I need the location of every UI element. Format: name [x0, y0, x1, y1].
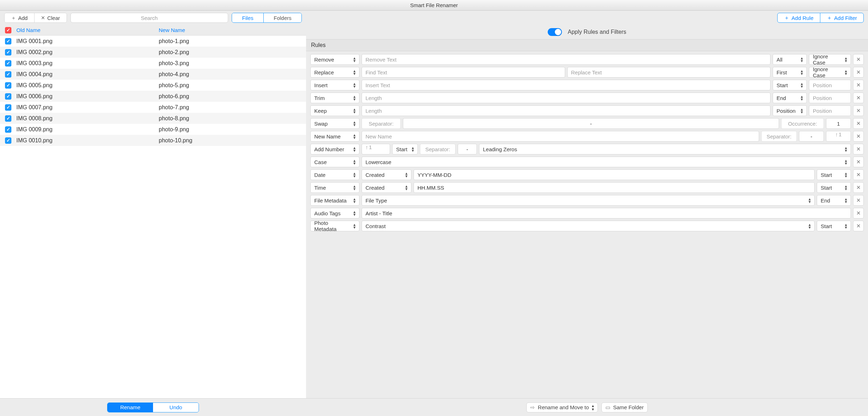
rule-action-select[interactable]: Keep [310, 105, 359, 116]
table-row[interactable]: IMG 0008.pngphoto-8.png [0, 113, 306, 124]
clear-button[interactable]: ✕ Clear [34, 13, 67, 22]
date-format-input[interactable] [414, 169, 815, 180]
segment-folders[interactable]: Folders [263, 13, 301, 22]
case-select[interactable]: Ignore Case [809, 67, 851, 78]
length-input[interactable] [362, 93, 770, 103]
header-checkbox[interactable] [5, 27, 11, 33]
photo-field-select[interactable]: Contrast [362, 221, 815, 231]
length-input[interactable] [362, 105, 770, 116]
row-checkbox[interactable] [5, 126, 11, 133]
rule-action-select[interactable]: Time [310, 182, 359, 193]
new-name-input[interactable] [362, 131, 759, 142]
row-checkbox[interactable] [5, 82, 11, 89]
delete-rule-button[interactable]: ✕ [853, 221, 864, 231]
replace-text-input[interactable] [567, 67, 771, 78]
delete-rule-button[interactable]: ✕ [853, 118, 864, 129]
row-checkbox[interactable] [5, 49, 11, 56]
row-checkbox[interactable] [5, 93, 11, 100]
scope-select[interactable]: First [773, 67, 807, 78]
table-row[interactable]: IMG 0006.pngphoto-6.png [0, 91, 306, 102]
rule-action-select[interactable]: File Metadata [310, 195, 359, 206]
rule-action-select[interactable]: Replace [310, 67, 359, 78]
metadata-field-select[interactable]: File Type [362, 195, 815, 206]
position-select[interactable]: Start [817, 182, 851, 193]
add-filter-button[interactable]: ＋ Add Filter [820, 13, 864, 23]
time-format-input[interactable] [414, 182, 815, 193]
row-checkbox[interactable] [5, 115, 11, 122]
delete-rule-button[interactable]: ✕ [853, 54, 864, 65]
delete-rule-button[interactable]: ✕ [853, 195, 864, 206]
time-source-select[interactable]: Created [362, 182, 411, 193]
rule-action-select[interactable]: Photo Metadata [310, 221, 359, 231]
audio-tags-input[interactable] [362, 208, 851, 218]
leading-zeros-select[interactable]: Leading Zeros [479, 144, 851, 154]
header-old-name[interactable]: Old Name [16, 27, 159, 33]
destination-folder-button[interactable]: ▭ Same Folder [601, 402, 648, 412]
delete-rule-button[interactable]: ✕ [853, 105, 864, 116]
case-select[interactable]: Ignore Case [809, 54, 851, 65]
add-button[interactable]: ＋ Add [5, 13, 34, 22]
delete-rule-button[interactable]: ✕ [853, 169, 864, 180]
position-select[interactable]: Start [817, 169, 851, 180]
table-row[interactable]: IMG 0007.pngphoto-7.png [0, 102, 306, 113]
row-checkbox[interactable] [5, 71, 11, 78]
start-number-input[interactable]: 1 [362, 144, 390, 154]
apply-toggle[interactable] [548, 28, 562, 36]
row-checkbox[interactable] [5, 38, 11, 44]
segment-files[interactable]: Files [232, 13, 263, 22]
date-source-select[interactable]: Created [362, 169, 411, 180]
rule-action-select[interactable]: Trim [310, 93, 359, 103]
header-new-name[interactable]: New Name [159, 27, 306, 33]
case-value-select[interactable]: Lowercase [362, 157, 851, 167]
row-checkbox[interactable] [5, 137, 11, 144]
scope-select[interactable]: All [773, 54, 807, 65]
position-select[interactable]: Start [392, 144, 418, 154]
occurrence-input[interactable] [826, 118, 851, 129]
add-rule-button[interactable]: ＋ Add Rule [777, 13, 820, 23]
rule-action-select[interactable]: Date [310, 169, 359, 180]
delete-rule-button[interactable]: ✕ [853, 208, 864, 218]
delete-rule-button[interactable]: ✕ [853, 93, 864, 103]
table-row[interactable]: IMG 0004.pngphoto-4.png [0, 69, 306, 80]
table-row[interactable]: IMG 0010.pngphoto-10.png [0, 135, 306, 146]
position-input[interactable] [809, 80, 851, 90]
insert-text-input[interactable] [362, 80, 770, 90]
row-checkbox[interactable] [5, 104, 11, 111]
rename-button[interactable]: Rename [107, 403, 153, 412]
separator-input[interactable] [458, 144, 477, 154]
rule-action-select[interactable]: New Name [310, 131, 359, 142]
table-row[interactable]: IMG 0002.pngphoto-2.png [0, 47, 306, 58]
rule-action-select[interactable]: Remove [310, 54, 359, 65]
rule-action-select[interactable]: Insert [310, 80, 359, 90]
start-number-input[interactable]: 1 [826, 131, 851, 142]
separator-input[interactable] [403, 118, 779, 129]
position-select[interactable]: Position [773, 105, 807, 116]
position-input[interactable] [809, 93, 851, 103]
rule-action-select[interactable]: Add Number [310, 144, 359, 154]
undo-button[interactable]: Undo [153, 403, 199, 412]
position-select[interactable]: Start [817, 221, 851, 231]
row-checkbox[interactable] [5, 60, 11, 67]
rename-move-select[interactable]: ⇨ Rename and Move to [526, 402, 598, 412]
table-row[interactable]: IMG 0001.pngphoto-1.png [0, 36, 306, 47]
table-row[interactable]: IMG 0009.pngphoto-9.png [0, 124, 306, 135]
find-text-input[interactable] [362, 67, 565, 78]
remove-text-input[interactable] [362, 54, 770, 65]
rule-action-select[interactable]: Audio Tags [310, 208, 359, 218]
delete-rule-button[interactable]: ✕ [853, 144, 864, 154]
delete-rule-button[interactable]: ✕ [853, 131, 864, 142]
delete-rule-button[interactable]: ✕ [853, 157, 864, 167]
position-select[interactable]: End [817, 195, 851, 206]
table-row[interactable]: IMG 0005.pngphoto-5.png [0, 80, 306, 91]
position-select[interactable]: Start [773, 80, 807, 90]
position-input[interactable] [809, 105, 851, 116]
delete-rule-button[interactable]: ✕ [853, 80, 864, 90]
position-select[interactable]: End [773, 93, 807, 103]
delete-rule-button[interactable]: ✕ [853, 67, 864, 78]
rule-action-select[interactable]: Swap [310, 118, 359, 129]
table-row[interactable]: IMG 0003.pngphoto-3.png [0, 58, 306, 69]
search-input[interactable] [70, 13, 228, 23]
delete-rule-button[interactable]: ✕ [853, 182, 864, 193]
rule-action-select[interactable]: Case [310, 157, 359, 167]
separator-input[interactable] [799, 131, 824, 142]
